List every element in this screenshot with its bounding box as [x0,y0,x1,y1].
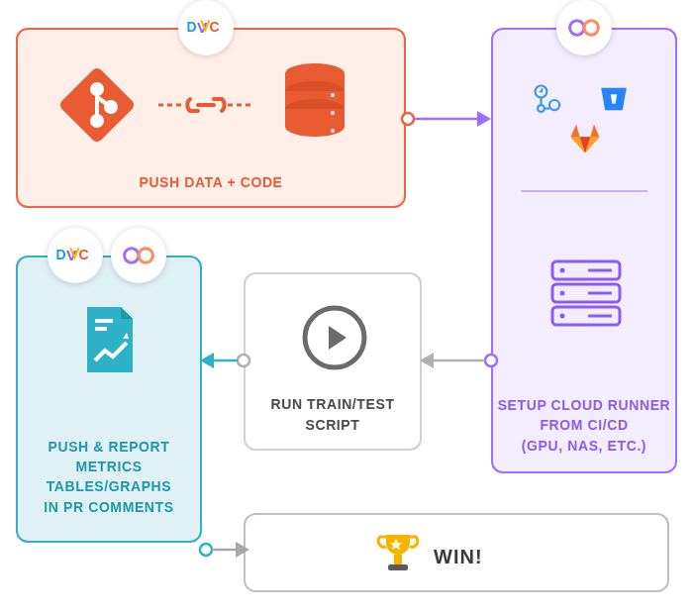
cloud-runner-caption-l2: FROM CI/CD [540,417,628,433]
svg-point-21 [538,105,544,112]
run-script-caption: RUN TRAIN/TEST SCRIPT [246,394,420,435]
svg-rect-37 [394,555,402,565]
svg-rect-32 [95,327,107,331]
database-icon [277,59,352,145]
git-icon [59,67,135,143]
dvc-badge-top: D V C [178,0,234,55]
svg-point-15 [331,129,335,133]
cml-logo [566,18,602,38]
run-script-caption-l1: RUN TRAIN/TEST [270,396,394,412]
push-data-code-caption: PUSH DATA + CODE [18,172,404,192]
report-chart-icon [79,303,141,376]
svg-text:D: D [186,19,196,35]
svg-point-14 [331,111,335,115]
svg-rect-38 [388,565,408,570]
cloud-runner-caption-l3: (GPU, NAS, ETC.) [522,438,646,454]
report-caption-l2: METRICS [75,459,142,474]
report-caption-l3: TABLES/GRAPHS [47,478,172,494]
svg-point-5 [106,102,116,112]
link-icon [156,85,255,125]
arrow-center-to-teal [196,349,251,372]
svg-point-41 [485,355,497,366]
svg-rect-31 [95,319,113,323]
dvc-badge-left: D V C [48,228,103,283]
report-metrics-caption: PUSH & REPORT METRICS TABLES/GRAPHS IN P… [18,437,200,517]
trophy-icon [374,529,422,576]
svg-point-26 [560,291,565,296]
servers-icon [548,257,624,329]
svg-point-43 [238,355,249,366]
run-script-caption-l2: SCRIPT [306,417,360,433]
svg-point-13 [331,93,335,97]
svg-point-27 [560,314,565,319]
report-caption-l1: PUSH & REPORT [49,439,170,455]
gitlab-icon [566,121,604,156]
cloud-runner-box: SETUP CLOUD RUNNER FROM CI/CD (GPU, NAS,… [491,28,677,473]
svg-point-3 [92,116,102,126]
svg-text:C: C [79,247,89,262]
arrow-orange-to-purple [400,107,499,131]
svg-point-20 [549,100,559,110]
svg-point-45 [200,544,212,556]
win-box: WIN! [244,513,669,592]
cloud-runner-caption: SETUP CLOUD RUNNER FROM CI/CD (GPU, NAS,… [493,395,675,456]
svg-point-2 [92,84,102,94]
cml-badge-top [556,0,612,55]
svg-point-39 [402,113,414,125]
play-icon [299,302,370,373]
github-actions-icon [533,83,566,117]
report-metrics-box: PUSH & REPORT METRICS TABLES/GRAPHS IN P… [16,256,202,543]
svg-point-25 [560,268,565,273]
bitbucket-icon [598,83,630,115]
cml-logo [121,246,156,265]
dvc-logo: D V C [185,17,227,39]
divider [521,190,647,192]
svg-text:D: D [55,247,65,262]
run-script-box: RUN TRAIN/TEST SCRIPT [244,272,422,451]
report-caption-l4: IN PR COMMENTS [44,499,173,515]
win-caption: WIN! [434,543,483,571]
arrow-purple-to-center [416,349,499,372]
cml-badge-left [111,228,166,283]
svg-text:C: C [210,19,220,35]
dvc-logo: D V C [54,245,96,266]
arrow-teal-to-win [198,535,251,565]
cloud-runner-caption-l1: SETUP CLOUD RUNNER [498,397,671,413]
